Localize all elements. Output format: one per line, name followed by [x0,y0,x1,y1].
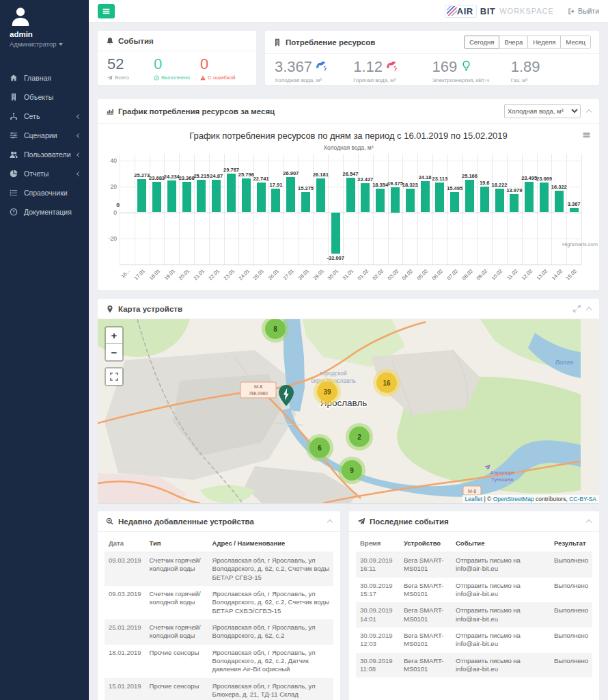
bar-value-label: 23.368 [179,175,195,181]
logout-button[interactable]: Выйти [568,7,599,15]
faucet-hot-icon [386,59,398,72]
chart-bar [555,191,564,212]
brand-logo[interactable]: AIR BIT WORKSPACE [445,5,554,18]
sidebar-item-objects[interactable]: Объекты [0,88,89,107]
svg-text:М-8: М-8 [254,384,262,389]
home-icon [10,74,19,82]
stat-resource-0: 3.367Холодная вода, м³ [275,59,353,83]
list-icon [10,189,19,197]
chart-bar [167,180,176,212]
sidebar-item-label: Сценарии [24,131,57,139]
x-axis-label: 11.02 [506,268,519,281]
check-circle-icon [154,75,159,81]
recent-events-panel: Последние события ВремяУстройствоСобытие… [349,511,599,700]
stat-resource-3: 1.89Газ, м³ [511,59,590,83]
sidebar-item-network[interactable]: Сеть [0,107,89,126]
map-fullscreen-button[interactable] [106,368,122,385]
chart-subtitle: Холодная вода, м³ [98,144,599,151]
sidebar-item-directories[interactable]: Справочники [0,183,89,202]
chevron-up-icon[interactable] [586,109,592,115]
license-link[interactable]: CC-BY-SA [569,496,596,502]
stat-events-total: 52 Всего [107,56,154,81]
x-axis-label: 28.01 [296,268,310,282]
table-row: 30.09.2019 15:17Вега SMART-MS0101Отправи… [356,578,592,603]
sidebar-item-label: Объекты [24,93,53,101]
column-header: Адрес / Наименование [208,535,333,552]
user-role-dropdown[interactable]: Администратор [10,40,79,48]
sliders-icon [10,131,19,139]
sidebar-item-scenarios[interactable]: Сценарии [0,126,89,145]
leaflet-map[interactable]: М-8 78К-0980 М-8 городской округ Ярослав… [98,319,599,503]
table-row: 15.01.2019Прочие сенсорыЯрославская обл,… [105,678,333,700]
device-pin-marker[interactable] [279,385,294,406]
chevron-up-icon[interactable] [586,520,592,525]
bar-value-label: 15.275 [298,185,314,191]
chart-bar [242,178,251,212]
airport-label-1: Аэропорт [490,470,514,476]
leaflet-link[interactable]: Leaflet [465,496,483,502]
map-tiles: М-8 78К-0980 М-8 городской округ Ярослав… [98,319,581,503]
chart-context-menu-icon[interactable] [582,131,591,139]
table-row: 09.03.2019Счетчик горячей/холодной водыЯ… [105,552,333,587]
cluster-marker[interactable]: 39 [317,381,337,402]
sidebar-item-reports[interactable]: Отчеты [0,164,89,183]
chevron-up-icon[interactable] [586,307,592,312]
chevron-left-icon [77,133,81,137]
x-axis-label: 09.02 [475,268,489,282]
bar-value-label: 16.322 [551,184,567,190]
cluster-marker[interactable]: 9 [342,460,362,481]
map-zoom-in-button[interactable]: + [106,327,122,344]
expand-icon[interactable] [573,305,581,312]
sidebar-item-users[interactable]: Пользователи [0,145,89,164]
sidebar-item-home[interactable]: Главная [0,68,89,88]
x-axis-label: 15.02 [565,268,579,282]
tab-Месяц[interactable]: Месяц [561,36,591,49]
highcharts-credit[interactable]: Highcharts.com [562,241,598,247]
chart-bar [376,189,385,213]
x-axis-label: 03.02 [386,268,400,282]
cluster-marker[interactable]: 8 [265,319,286,339]
osm-link[interactable]: OpenStreetMap [493,496,534,502]
bar-value-label: 24.18 [419,174,432,180]
map-zoom-out-button[interactable]: − [106,344,122,360]
bar-value-label: 18.354 [372,182,388,188]
district-label-1: городской [320,370,347,377]
bar-value-label: 22.427 [357,176,373,183]
x-axis-label: 25.01 [252,268,266,282]
top-navbar: AIR BIT WORKSPACE Выйти [89,0,608,23]
search-plus-icon [106,517,114,526]
sidebar-item-label: Пользователи [24,150,71,159]
river-label: Волга [555,358,574,366]
resources-panel-title: Потребление ресурсов [286,38,375,46]
brand-air: AIR [457,6,473,16]
cluster-marker[interactable]: 16 [376,373,397,393]
resource-select[interactable]: Холодная вода, м³ [504,104,581,118]
bar-value-label: 25.796 [238,172,254,178]
cluster-marker[interactable]: 2 [349,427,370,447]
tab-Вчера[interactable]: Вчера [499,36,528,49]
cluster-marker[interactable]: 6 [309,438,330,458]
stat-events-done: 0 Выполнено [154,56,200,81]
chart-bar [286,177,295,212]
bar-value-label: 3.367 [568,201,581,207]
sidebar-toggle-button[interactable] [98,4,115,18]
bar-value-label: 24.234 [164,174,180,180]
devices-table: ДатаТипАдрес / Наименование09.03.2019Сче… [105,535,333,700]
chart-bar [435,183,444,213]
bar-value-label: 24.87 [210,173,223,179]
sidebar-item-label: Документация [24,208,72,216]
users-icon [10,150,19,159]
bar-value-label: 25.166 [462,173,478,179]
chart-panel: График потребления ресурсов за месяц Хол… [98,99,599,291]
chart-bar [212,180,221,212]
tab-Неделя[interactable]: Неделя [528,36,561,49]
tab-Сегодня[interactable]: Сегодня [464,36,499,49]
column-header: Устройство [400,535,452,552]
sidebar-item-documentation[interactable]: ?Документация [0,202,89,221]
road-badge: М-8 78К-0980 [240,382,276,398]
bell-icon [106,37,114,45]
x-axis-label: 24.01 [237,268,251,282]
brand-bit: BIT [480,6,495,16]
chart-bar [391,187,400,213]
chevron-up-icon[interactable] [327,520,333,525]
